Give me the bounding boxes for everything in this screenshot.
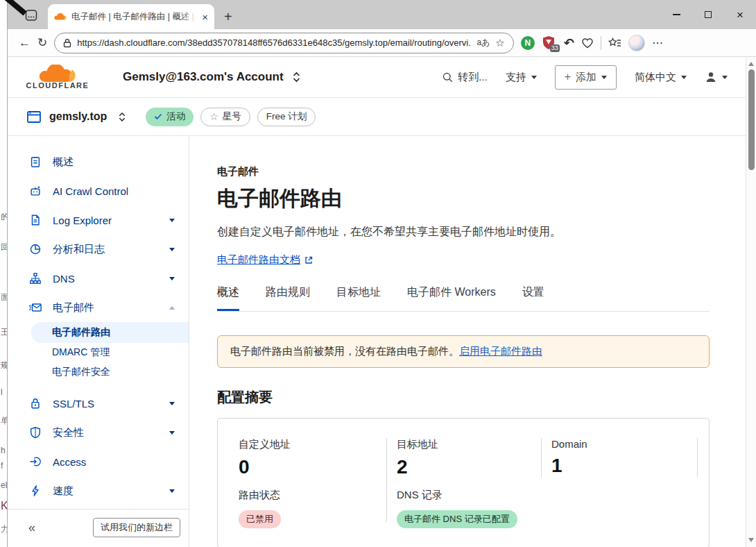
sidebar-subitem-email-security[interactable]: 电子邮件安全 bbox=[8, 362, 189, 382]
stat-value: 2 bbox=[397, 456, 541, 478]
dns-configured-badge: 电子邮件 DNS 记录已配置 bbox=[397, 510, 517, 528]
chevron-down-icon bbox=[531, 76, 537, 79]
page-title: 电子邮件路由 bbox=[217, 185, 710, 213]
summary-heading: 配置摘要 bbox=[217, 388, 710, 407]
chevron-down-icon bbox=[681, 76, 687, 79]
sidebar-item-label: 分析和日志 bbox=[53, 243, 105, 256]
bg-glyph: 面 bbox=[1, 292, 7, 303]
tab-overview[interactable]: 概述 bbox=[217, 285, 239, 311]
chevron-down-icon bbox=[169, 402, 175, 405]
refresh-button[interactable]: ↻ bbox=[37, 35, 47, 50]
lightning-icon bbox=[28, 484, 42, 498]
star-badge[interactable]: ☆ 星号 bbox=[200, 108, 250, 126]
tab-close-icon[interactable]: × bbox=[202, 12, 208, 22]
cloudflare-header: CLOUDFLARE Gemsly@163.com's Account 转到..… bbox=[8, 57, 746, 98]
scroll-up-icon[interactable] bbox=[748, 62, 754, 66]
ai-crawl-icon bbox=[28, 184, 42, 198]
sidebar-item-analytics[interactable]: 分析和日志 bbox=[8, 235, 189, 264]
profile-avatar[interactable] bbox=[628, 35, 645, 51]
domain-switcher-icon[interactable] bbox=[118, 111, 126, 123]
translate-icon[interactable]: aあ bbox=[476, 37, 490, 49]
goto-label: 转到... bbox=[458, 71, 488, 84]
browser-tab-active[interactable]: 电子邮件 | 电子邮件路由 | 概述 | g × bbox=[48, 4, 214, 29]
undo-extension-icon[interactable]: ↶ bbox=[564, 35, 574, 51]
user-menu[interactable] bbox=[705, 71, 728, 83]
disabled-alert-banner: 电子邮件路由当前被禁用，没有在路由电子邮件。启用电子邮件路由 bbox=[217, 335, 710, 368]
status-badge: 活动 bbox=[146, 108, 194, 126]
sidebar-item-speed[interactable]: 速度 bbox=[8, 476, 189, 505]
adblock-shield-icon[interactable]: 33 bbox=[542, 35, 557, 51]
enable-email-routing-link[interactable]: 启用电子邮件路由 bbox=[459, 345, 542, 357]
scroll-down-icon[interactable] bbox=[748, 538, 754, 542]
browser-toolbar: ← ↻ https://dash.cloudflare.com/38edd357… bbox=[8, 29, 756, 57]
bg-glyph: K bbox=[1, 500, 7, 512]
overview-icon bbox=[28, 155, 42, 169]
sidebar-item-ssl-tls[interactable]: SSL/TLS bbox=[8, 389, 189, 418]
toolbar-divider bbox=[601, 36, 601, 50]
sidebar-subitem-dmarc[interactable]: DMARC 管理 bbox=[8, 343, 189, 362]
sidebar-item-label: Access bbox=[53, 456, 86, 468]
maximize-button[interactable] bbox=[692, 0, 724, 29]
language-menu[interactable]: 简体中文 bbox=[635, 71, 687, 84]
dns-icon bbox=[28, 271, 42, 285]
try-new-sidebar-button[interactable]: 试用我们的新边栏 bbox=[93, 518, 180, 537]
sidebar-subitem-label: DMARC 管理 bbox=[52, 346, 110, 359]
account-switcher-icon[interactable] bbox=[292, 71, 301, 83]
lock-icon bbox=[63, 38, 71, 48]
check-icon bbox=[154, 113, 162, 120]
back-button[interactable]: ← bbox=[19, 36, 31, 50]
docs-link[interactable]: 电子邮件路由文档 bbox=[217, 253, 313, 267]
tab-destination-addresses[interactable]: 目标地址 bbox=[336, 285, 381, 311]
tab-actions-menu-icon[interactable] bbox=[23, 7, 40, 24]
tab-routing-rules[interactable]: 路由规则 bbox=[266, 285, 310, 311]
chevron-down-icon bbox=[722, 76, 728, 79]
domain-name: gemsly.top bbox=[49, 110, 107, 123]
goto-search[interactable]: 转到... bbox=[443, 71, 488, 84]
page-description: 创建自定义电子邮件地址，在您不希望共享主要电子邮件地址时使用。 bbox=[217, 225, 710, 239]
sidebar-item-overview[interactable]: 概述 bbox=[8, 147, 189, 176]
sidebar-item-dns[interactable]: DNS bbox=[8, 264, 189, 293]
bg-glyph: 回 bbox=[1, 242, 7, 253]
close-button[interactable]: × bbox=[724, 0, 756, 29]
extension-n-icon[interactable]: N bbox=[521, 36, 535, 50]
add-button[interactable]: + 添加 bbox=[555, 65, 617, 90]
sidebar-item-log-explorer[interactable]: Log Explorer bbox=[8, 205, 189, 235]
close-icon: × bbox=[737, 9, 744, 21]
collapse-sidebar-icon[interactable]: « bbox=[28, 521, 35, 535]
stat-domain: Domain 1 bbox=[541, 438, 709, 547]
new-tab-button[interactable]: + bbox=[224, 10, 232, 24]
sidebar-item-access[interactable]: Access bbox=[8, 447, 189, 476]
browser-essentials-icon[interactable] bbox=[581, 37, 594, 49]
scrollbar-thumb[interactable] bbox=[748, 69, 755, 170]
plus-icon: + bbox=[565, 71, 571, 83]
tab-title: 电子邮件 | 电子邮件路由 | 概述 | g bbox=[71, 11, 194, 23]
analytics-icon bbox=[28, 242, 42, 256]
cloudflare-cloud-icon bbox=[37, 65, 78, 83]
url-text: https://dash.cloudflare.com/38edd3570781… bbox=[77, 37, 471, 48]
external-link-icon bbox=[304, 256, 313, 264]
card-divider bbox=[697, 438, 698, 478]
page-scrollbar[interactable] bbox=[746, 57, 756, 547]
header-actions: 转到... 支持 + 添加 简体中文 bbox=[443, 65, 728, 90]
minimize-button[interactable] bbox=[660, 0, 692, 29]
sidebar-item-email[interactable]: 电子邮件 bbox=[8, 293, 189, 322]
stat-label: 目标地址 bbox=[397, 438, 541, 451]
favorite-star-icon[interactable]: ☆ bbox=[495, 37, 504, 49]
sidebar-item-security[interactable]: 安全性 bbox=[8, 418, 189, 447]
browser-menu-icon[interactable]: ⋯ bbox=[652, 36, 664, 49]
browser-viewport: CLOUDFLARE Gemsly@163.com's Account 转到..… bbox=[8, 57, 756, 547]
address-bar[interactable]: https://dash.cloudflare.com/38edd3570781… bbox=[54, 33, 514, 53]
tab-email-workers[interactable]: 电子邮件 Workers bbox=[407, 285, 496, 311]
sidebar-item-ai-crawl-control[interactable]: AI Crawl Control bbox=[8, 176, 189, 205]
window-controls: × bbox=[660, 0, 756, 29]
favorites-icon[interactable] bbox=[608, 37, 621, 49]
bg-glyph: l bbox=[1, 387, 3, 397]
bg-glyph: 单 bbox=[1, 415, 7, 427]
tab-settings[interactable]: 设置 bbox=[522, 285, 544, 311]
support-menu[interactable]: 支持 bbox=[506, 71, 537, 84]
domain-badges: 活动 ☆ 星号 Free 计划 bbox=[146, 108, 316, 126]
cloudflare-logo[interactable]: CLOUDFLARE bbox=[22, 65, 94, 90]
browser-tabstrip: 电子邮件 | 电子邮件路由 | 概述 | g × + × bbox=[8, 0, 756, 29]
bg-glyph: 规 bbox=[1, 360, 7, 371]
sidebar-subitem-email-routing[interactable]: 电子邮件路由 bbox=[31, 322, 189, 343]
